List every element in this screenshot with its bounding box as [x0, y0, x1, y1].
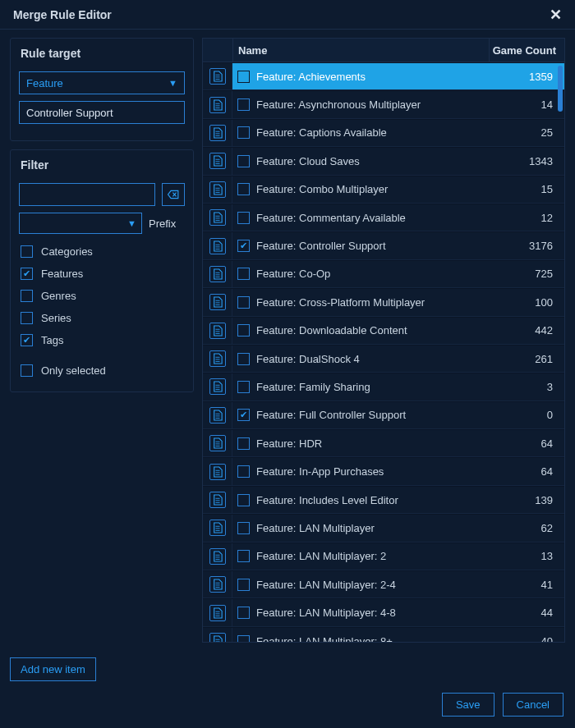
row-edit-button[interactable]: [209, 492, 226, 508]
table-row[interactable]: Feature: LAN Multiplayer: 8+40: [203, 627, 564, 643]
row-count: 40: [489, 635, 564, 643]
rule-target-type-select[interactable]: Feature ▼: [19, 71, 185, 94]
table-body[interactable]: Feature: Achievements1359Feature: Asynch…: [202, 62, 565, 643]
filter-check-tags[interactable]: Tags: [11, 329, 193, 351]
table-row[interactable]: Feature: LAN Multiplayer: 4-844: [203, 598, 564, 626]
table-row[interactable]: Feature: DualShock 4261: [203, 345, 564, 373]
row-checkbox[interactable]: [237, 579, 250, 591]
table-row[interactable]: Feature: Combo Multiplayer15: [203, 176, 564, 204]
row-edit-button[interactable]: [209, 294, 226, 310]
scrollbar[interactable]: [558, 64, 563, 643]
row-edit-button[interactable]: [209, 209, 226, 226]
row-checkbox[interactable]: [237, 437, 250, 450]
row-checkbox[interactable]: [237, 465, 250, 478]
row-checkbox[interactable]: [237, 635, 250, 643]
row-edit-button[interactable]: [209, 520, 226, 536]
filter-check-genres[interactable]: Genres: [11, 285, 193, 307]
row-checkbox[interactable]: [237, 353, 250, 365]
row-checkbox[interactable]: [237, 183, 250, 195]
table-row[interactable]: Feature: Controller Support3176: [203, 231, 564, 259]
table-row[interactable]: Feature: HDR64: [203, 429, 564, 457]
checkbox-icon: [21, 268, 33, 280]
row-checkbox[interactable]: [237, 98, 250, 111]
table-row[interactable]: Feature: Co-Op725: [203, 260, 564, 288]
table-row[interactable]: Feature: Asynchronous Multiplayer14: [203, 90, 564, 118]
row-count: 1343: [489, 155, 564, 167]
only-selected-label: Only selected: [41, 364, 106, 377]
row-edit-button[interactable]: [209, 68, 226, 85]
body: Rule target Feature ▼ Controller Support…: [0, 30, 575, 649]
close-icon[interactable]: ✕: [546, 4, 565, 25]
row-edit-button[interactable]: [209, 464, 226, 480]
filter-check-series[interactable]: Series: [11, 307, 193, 329]
column-header-count[interactable]: Game Count: [489, 39, 564, 62]
row-checkbox[interactable]: [237, 607, 250, 619]
row-checkbox[interactable]: [237, 240, 250, 252]
backspace-icon: [168, 190, 179, 199]
table-row[interactable]: Feature: Cloud Saves1343: [203, 147, 564, 175]
row-checkbox[interactable]: [237, 155, 250, 167]
only-selected-checkbox[interactable]: Only selected: [11, 359, 193, 382]
add-new-item-button[interactable]: Add new item: [10, 657, 96, 681]
row-edit-button[interactable]: [209, 633, 226, 643]
page-icon: [213, 635, 223, 643]
table-row[interactable]: Feature: Family Sharing3: [203, 373, 564, 401]
row-checkbox[interactable]: [237, 296, 250, 309]
row-edit-button[interactable]: [209, 323, 226, 339]
footer-links: Add new item: [0, 649, 575, 685]
checkbox-icon: [21, 290, 33, 302]
table-row[interactable]: Feature: Cross-Platform Multiplayer100: [203, 288, 564, 316]
row-edit-button[interactable]: [209, 576, 226, 593]
row-edit-button[interactable]: [209, 548, 226, 565]
row-edit-button[interactable]: [209, 181, 226, 198]
row-checkbox[interactable]: [237, 494, 250, 506]
table-row[interactable]: Feature: LAN Multiplayer62: [203, 514, 564, 542]
rule-target-value-input[interactable]: Controller Support: [19, 101, 185, 124]
row-checkbox[interactable]: [237, 324, 250, 337]
table-row[interactable]: Feature: In-App Purchases64: [203, 457, 564, 485]
row-edit-button[interactable]: [209, 378, 226, 395]
table-row[interactable]: Feature: Downloadable Content442: [203, 317, 564, 345]
row-name: Feature: DualShock 4: [250, 353, 489, 365]
filter-prefix-select[interactable]: ▼: [19, 213, 142, 234]
row-checkbox[interactable]: [237, 268, 250, 280]
row-edit-button[interactable]: [209, 97, 226, 113]
row-count: 44: [489, 607, 564, 619]
rule-target-value-text: Controller Support: [26, 107, 113, 119]
row-edit-button[interactable]: [209, 435, 226, 451]
row-checkbox[interactable]: [237, 381, 250, 393]
row-checkbox[interactable]: [237, 409, 250, 421]
filter-check-label: Categories: [41, 245, 93, 258]
row-edit-button[interactable]: [209, 125, 226, 141]
row-checkbox[interactable]: [237, 212, 250, 224]
row-edit-button[interactable]: [209, 605, 226, 621]
save-button[interactable]: Save: [442, 693, 494, 717]
table-row[interactable]: Feature: Achievements1359: [203, 62, 564, 90]
row-checkbox[interactable]: [237, 126, 250, 139]
table-row[interactable]: Feature: Captions Available25: [203, 119, 564, 147]
row-checkbox[interactable]: [237, 522, 250, 534]
filter-check-features[interactable]: Features: [11, 263, 193, 285]
table-row[interactable]: Feature: Full Controller Support0: [203, 401, 564, 429]
table-row[interactable]: Feature: Includes Level Editor139: [203, 486, 564, 514]
row-edit-button[interactable]: [209, 350, 226, 367]
filter-check-categories[interactable]: Categories: [11, 240, 193, 263]
row-checkbox[interactable]: [237, 550, 250, 562]
table-row[interactable]: Feature: LAN Multiplayer: 213: [203, 543, 564, 570]
row-edit-button[interactable]: [209, 407, 226, 424]
row-edit-button[interactable]: [209, 153, 226, 169]
row-edit-button[interactable]: [209, 266, 226, 282]
row-count: 442: [489, 324, 564, 337]
table-row[interactable]: Feature: Commentary Available12: [203, 204, 564, 231]
cancel-button[interactable]: Cancel: [503, 693, 564, 717]
row-name: Feature: Downloadable Content: [250, 324, 489, 337]
column-header-name[interactable]: Name: [232, 39, 489, 62]
row-edit-button[interactable]: [209, 238, 226, 254]
row-checkbox[interactable]: [237, 71, 250, 83]
page-icon: [213, 494, 223, 506]
filter-check-label: Tags: [41, 334, 63, 346]
table-row[interactable]: Feature: LAN Multiplayer: 2-441: [203, 570, 564, 598]
clear-filter-button[interactable]: [162, 183, 185, 206]
scrollbar-thumb[interactable]: [558, 66, 563, 112]
filter-search-input[interactable]: [19, 183, 155, 206]
